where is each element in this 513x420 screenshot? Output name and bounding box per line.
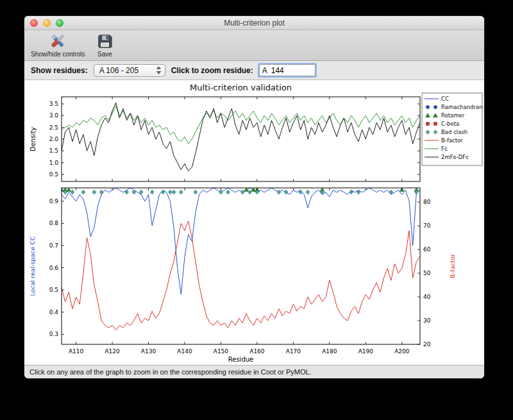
svg-text:A110: A110	[69, 348, 84, 355]
cc-axis-label: Local real-space CC	[29, 236, 36, 296]
density-plot-area[interactable]	[62, 97, 420, 181]
svg-text:B-factor: B-factor	[441, 137, 463, 144]
svg-text:Ramachandran: Ramachandran	[441, 104, 483, 110]
legend: CCRamachandranRotamerC-betaBad clashB-fa…	[422, 93, 483, 165]
svg-text:0.5: 0.5	[49, 171, 58, 178]
svg-text:20: 20	[423, 341, 431, 348]
zoom-residue-label: Click to zoom residue:	[171, 66, 253, 75]
svg-text:0.7: 0.7	[49, 242, 58, 249]
traffic-lights	[30, 16, 63, 29]
svg-text:1.0: 1.0	[49, 160, 59, 166]
show-hide-controls-label: Show/hide controls	[31, 51, 85, 58]
svg-text:3.5: 3.5	[49, 101, 58, 107]
svg-text:2mFo-DFc: 2mFo-DFc	[441, 154, 469, 160]
density-axis-label: Density	[29, 127, 37, 151]
svg-text:0.4: 0.4	[49, 309, 59, 315]
status-text: Click on any area of the graph to zoom i…	[29, 368, 312, 376]
svg-text:3.0: 3.0	[49, 112, 59, 119]
svg-text:A120: A120	[105, 348, 120, 355]
crossed-tools-icon	[48, 32, 67, 50]
svg-text:50: 50	[423, 270, 431, 276]
svg-text:Fc: Fc	[441, 146, 448, 152]
controls-bar: Show residues: A 106 - 205 Click to zoom…	[24, 61, 484, 80]
window-title: Multi-criterion plot	[24, 19, 484, 28]
minimize-button[interactable]	[43, 19, 51, 27]
svg-text:70: 70	[423, 223, 431, 229]
svg-text:Rotamer: Rotamer	[441, 112, 465, 119]
svg-text:Bad clash: Bad clash	[441, 129, 467, 135]
save-label: Save	[97, 51, 112, 58]
svg-text:C-beta: C-beta	[441, 121, 459, 127]
svg-text:2.5: 2.5	[49, 124, 58, 131]
show-residues-label: Show residues:	[31, 66, 88, 75]
svg-text:2.0: 2.0	[49, 136, 59, 142]
bfactor-axis-label: B-factor	[449, 254, 456, 278]
svg-text:A170: A170	[286, 348, 301, 355]
show-hide-controls-button[interactable]: Show/hide controls	[31, 32, 85, 58]
svg-text:0.5: 0.5	[49, 287, 58, 293]
zoom-window-button[interactable]	[56, 19, 63, 27]
multi-criterion-plot-window: Multi-criterion plot Show/hide controls	[24, 16, 484, 378]
svg-text:60: 60	[423, 246, 431, 253]
chart-title: Multi-criterion validation	[190, 83, 292, 92]
plot-figure[interactable]: Multi-criterion validation0.51.01.52.02.…	[24, 80, 484, 365]
svg-text:0.9: 0.9	[49, 198, 59, 205]
show-residues-value: A 106 - 205	[99, 66, 151, 75]
x-axis-label: Residue	[228, 356, 253, 363]
svg-text:A140: A140	[177, 348, 192, 355]
toolbar: Show/hide controls Save	[24, 30, 484, 61]
svg-text:CC: CC	[441, 96, 449, 102]
show-residues-select[interactable]: A 106 - 205	[94, 64, 165, 77]
svg-text:A180: A180	[322, 348, 337, 355]
stepper-arrows-icon	[155, 65, 163, 75]
svg-text:A130: A130	[141, 348, 156, 355]
close-button[interactable]	[30, 19, 38, 27]
svg-text:40: 40	[423, 294, 431, 300]
svg-text:30: 30	[423, 317, 431, 324]
svg-text:1.5: 1.5	[49, 147, 58, 154]
svg-text:A190: A190	[358, 348, 374, 355]
status-bar: Click on any area of the graph to zoom i…	[24, 365, 484, 378]
svg-text:0.6: 0.6	[49, 265, 59, 271]
svg-text:A200: A200	[394, 348, 410, 355]
chart-svg[interactable]: Multi-criterion validation0.51.01.52.02.…	[24, 80, 484, 365]
svg-text:80: 80	[423, 199, 431, 205]
svg-text:0.8: 0.8	[49, 220, 59, 226]
svg-text:A150: A150	[214, 348, 229, 355]
floppy-disk-icon	[96, 32, 115, 50]
zoom-residue-input[interactable]	[259, 64, 315, 76]
svg-text:0.3: 0.3	[49, 331, 58, 337]
svg-text:A160: A160	[249, 348, 265, 355]
window-titlebar[interactable]: Multi-criterion plot	[24, 16, 484, 30]
save-button[interactable]: Save	[96, 32, 115, 58]
